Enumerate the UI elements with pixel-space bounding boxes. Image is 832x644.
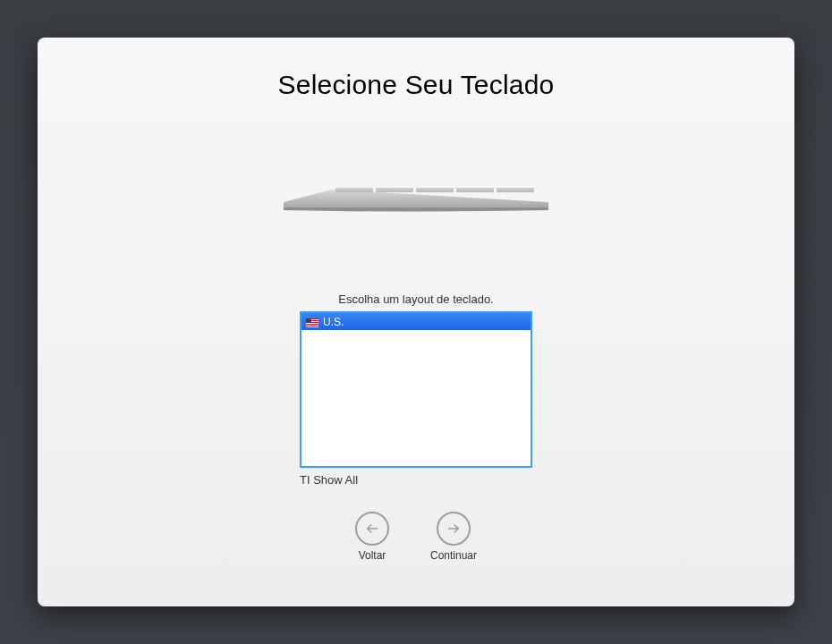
arrow-left-icon (355, 512, 389, 546)
page-title: Selecione Seu Teclado (278, 70, 555, 100)
continue-label: Continuar (430, 549, 477, 562)
back-button[interactable]: Voltar (355, 512, 389, 562)
keyboard-illustration (282, 181, 550, 216)
arrow-right-icon (437, 512, 471, 546)
back-label: Voltar (359, 549, 386, 562)
show-all-label: TI Show All (300, 473, 358, 487)
keyboard-layout-listbox[interactable]: U.S. (300, 311, 532, 468)
svg-rect-0 (335, 188, 373, 192)
setup-panel: Selecione Seu Teclado (38, 38, 794, 606)
svg-rect-3 (456, 188, 494, 192)
layout-option-label: U.S. (323, 316, 344, 328)
flag-us-icon (306, 318, 318, 326)
layout-option-selected[interactable]: U.S. (301, 313, 531, 330)
svg-rect-9 (306, 325, 318, 326)
continue-button[interactable]: Continuar (430, 512, 477, 562)
svg-rect-8 (306, 323, 318, 324)
svg-rect-1 (376, 188, 413, 192)
svg-rect-4 (497, 188, 534, 192)
show-all-toggle[interactable]: TI Show All (300, 473, 532, 487)
navigation-buttons: Voltar Continuar (355, 512, 477, 562)
subtitle-text: Escolha um layout de teclado. (338, 292, 493, 306)
svg-rect-2 (416, 188, 454, 192)
svg-rect-10 (306, 326, 318, 327)
svg-rect-11 (306, 318, 311, 323)
